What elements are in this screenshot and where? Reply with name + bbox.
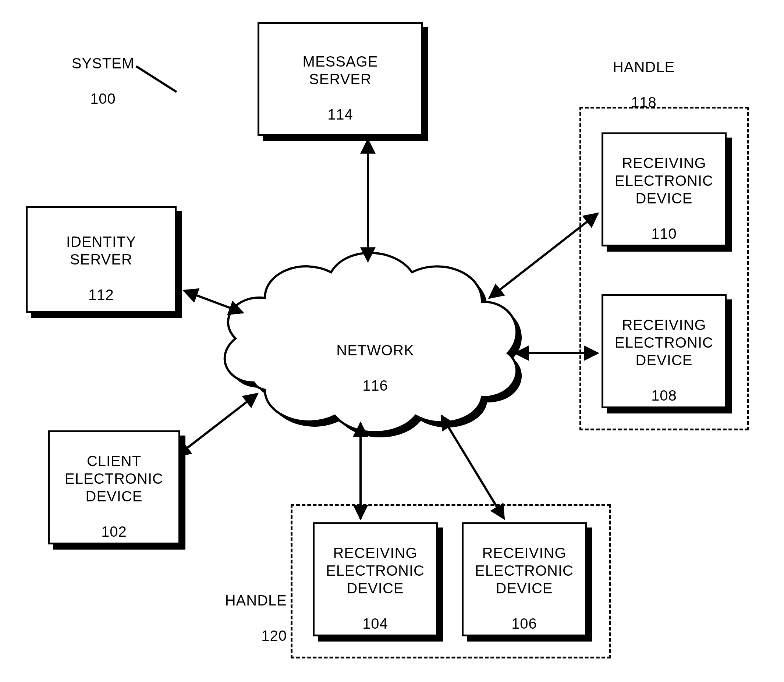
- network-title: NETWORK: [336, 342, 414, 358]
- edge-network-identity-server: [184, 291, 243, 313]
- recv-110-title: RECEIVING ELECTRONIC DEVICE: [615, 155, 713, 206]
- recv-106-ref: 106: [512, 615, 537, 632]
- handle-118-label: HANDLE 118: [603, 40, 684, 111]
- recv-104-title: RECEIVING ELECTRONIC DEVICE: [326, 545, 425, 596]
- system-legend-title: SYSTEM: [72, 55, 134, 72]
- edge-network-client-device: [177, 394, 258, 456]
- handle-120-title: HANDLE: [225, 592, 287, 609]
- message-server-title: MESSAGE SERVER: [303, 53, 378, 87]
- recv-106-title: RECEIVING ELECTRONIC DEVICE: [475, 545, 574, 596]
- identity-server-title: IDENTITY SERVER: [66, 234, 136, 268]
- recv-110-ref: 110: [651, 226, 677, 242]
- edge-network-recv-106: [441, 416, 504, 519]
- recv-108-box: RECEIVING ELECTRONIC DEVICE 108: [602, 294, 727, 408]
- network-ref: 116: [362, 378, 388, 394]
- handle-120-ref: 120: [261, 628, 287, 644]
- system-legend-tick: [136, 66, 177, 92]
- handle-118-title: HANDLE: [613, 59, 675, 75]
- recv-106-box: RECEIVING ELECTRONIC DEVICE 106: [462, 523, 587, 636]
- recv-104-ref: 104: [362, 615, 388, 632]
- client-device-ref: 102: [101, 523, 127, 540]
- system-legend-ref: 100: [90, 91, 116, 107]
- handle-120-label: HANDLE 120: [206, 574, 287, 644]
- system-legend: SYSTEM 100: [70, 37, 136, 107]
- recv-110-box: RECEIVING ELECTRONIC DEVICE 110: [602, 132, 727, 247]
- recv-108-ref: 108: [651, 387, 677, 403]
- client-device-title: CLIENT ELECTRONIC DEVICE: [65, 453, 163, 504]
- identity-server-box: IDENTITY SERVER 112: [26, 206, 177, 313]
- identity-server-ref: 112: [88, 287, 114, 303]
- diagram-stage: SYSTEM 100 HANDLE 118 HANDLE 120 NETWORK…: [0, 0, 784, 682]
- message-server-box: MESSAGE SERVER 114: [258, 22, 423, 136]
- message-server-ref: 114: [327, 106, 353, 123]
- recv-104-box: RECEIVING ELECTRONIC DEVICE 104: [313, 523, 438, 636]
- recv-108-title: RECEIVING ELECTRONIC DEVICE: [615, 317, 713, 368]
- network-label: NETWORK 116: [331, 324, 419, 394]
- client-device-box: CLIENT ELECTRONIC DEVICE 102: [48, 430, 180, 545]
